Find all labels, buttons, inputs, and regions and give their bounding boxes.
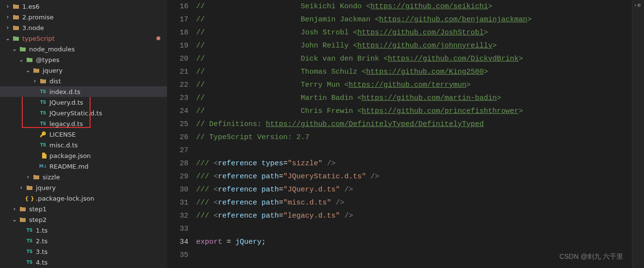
tree-item-jquery[interactable]: ⌄jquery	[0, 65, 167, 76]
tree-item-label: 4.ts	[36, 259, 47, 266]
chevron-down-icon[interactable]: ⌄	[4, 35, 12, 42]
tree-item-license[interactable]: ›🔑LICENSE	[0, 129, 167, 140]
code-content[interactable]: // Seikichi Kondo <https://github.com/se…	[196, 0, 632, 268]
tree-item-typescript[interactable]: ⌄typeScript	[0, 33, 167, 44]
tree-item-label: index.d.ts	[49, 88, 80, 95]
code-line[interactable]: /// <reference path="JQueryStatic.d.ts" …	[196, 170, 632, 183]
folder-icon	[12, 3, 20, 9]
tree-item-label: README.md	[49, 163, 89, 170]
{ }-icon: { }	[25, 195, 34, 202]
code-editor[interactable]: 1617181920212223242526272829303132333435…	[167, 0, 632, 268]
tree-item--package-lock-json[interactable]: ›{ }.package-lock.json	[0, 193, 167, 204]
watermark: CSDN @剑九 六千里	[559, 250, 623, 263]
code-line[interactable]: // Benjamin Jackman <https://github.com/…	[196, 13, 632, 26]
ts-icon: TS	[25, 260, 34, 265]
tree-item-sizzle[interactable]: ›sizzle	[0, 172, 167, 182]
tree-item-node-modules[interactable]: ⌄node_modules	[0, 44, 167, 54]
tree-item-jquery-d-ts[interactable]: ›TSJQuery.d.ts	[0, 97, 167, 108]
tree-item-dist[interactable]: ›dist	[0, 76, 167, 86]
ts-icon: TS	[39, 100, 47, 105]
tree-item-jquerystatic-d-ts[interactable]: ›TSJQueryStatic.d.ts	[0, 108, 167, 118]
code-line[interactable]: /// <reference path="misc.d.ts" />	[196, 196, 632, 209]
code-line[interactable]: /// <reference path="JQuery.d.ts" />	[196, 183, 632, 196]
chevron-down-icon[interactable]: ⌄	[17, 56, 25, 63]
chevron-right-icon[interactable]: ›	[4, 3, 12, 10]
tree-item-label: 1.ts	[36, 227, 47, 234]
tree-item-label: 2.promise	[22, 14, 54, 21]
tree-item-label: package.json	[49, 152, 91, 159]
code-line[interactable]: // TypeScript Version: 2.7	[196, 131, 632, 144]
chevron-right-icon[interactable]: ›	[4, 14, 12, 20]
tree-item-label: JQueryStatic.d.ts	[49, 110, 102, 117]
tree-item--types[interactable]: ⌄@types	[0, 54, 167, 65]
tree-item-misc-d-ts[interactable]: ›TSmisc.d.ts	[0, 140, 167, 150]
breadcrumb-text: e	[637, 2, 641, 8]
code-line[interactable]: /// <reference types="sizzle" />	[196, 157, 632, 170]
tree-item-legacy-d-ts[interactable]: ›TSlegacy.d.ts	[0, 118, 167, 129]
file-explorer[interactable]: ›1.es6›2.promise›3.node⌄typeScript⌄node_…	[0, 0, 167, 268]
folder-icon	[12, 14, 20, 20]
tree-item-label: jquery	[36, 184, 56, 191]
code-line[interactable]: // Chris Frewin <https://github.com/prin…	[196, 105, 632, 118]
chevron-right-icon[interactable]: ›	[24, 173, 32, 180]
tree-item-step2[interactable]: ⌄step2	[0, 214, 167, 225]
tree-item-label: step1	[29, 205, 46, 213]
chevron-right-icon[interactable]: ›	[31, 78, 39, 84]
tree-item-label: jquery	[43, 67, 62, 74]
code-line[interactable]: // Definitions: https://github.com/Defin…	[196, 118, 632, 131]
chevron-down-icon[interactable]: ⌄	[11, 216, 18, 223]
tree-item-label: 2.ts	[36, 237, 47, 245]
ts-icon: TS	[39, 121, 47, 126]
ts-icon: TS	[39, 142, 47, 147]
code-line[interactable]: // Josh Strobl <https://github.com/JoshS…	[196, 26, 632, 39]
code-line[interactable]: // Seikichi Kondo <https://github.com/se…	[196, 0, 632, 13]
tree-item-2-promise[interactable]: ›2.promise	[0, 12, 167, 22]
tree-item-label: JQuery.d.ts	[49, 99, 83, 106]
chevron-right-icon[interactable]: ›	[11, 205, 18, 212]
tree-item-4-ts[interactable]: ›TS4.ts	[0, 257, 167, 268]
tree-item-1-es6[interactable]: ›1.es6	[0, 1, 167, 12]
chevron-right-icon: ›	[634, 2, 636, 8]
tree-item-label: @types	[36, 56, 60, 63]
tree-item-readme-md[interactable]: ›M↓README.md	[0, 161, 167, 172]
chevron-down-icon[interactable]: ⌄	[11, 46, 18, 52]
ts-icon: TS	[25, 238, 34, 243]
tree-item-step1[interactable]: ›step1	[0, 204, 167, 214]
ts-icon: TS	[39, 110, 47, 115]
tree-item-label: node_modules	[29, 46, 75, 53]
tree-item-label: step2	[29, 216, 46, 223]
chevron-right-icon[interactable]: ›	[17, 184, 25, 191]
tree-item-2-ts[interactable]: ›TS2.ts	[0, 236, 167, 246]
ts-icon: TS	[39, 89, 47, 94]
code-line[interactable]: export = jQuery;	[196, 236, 632, 249]
folder-icon	[12, 25, 20, 31]
folder-icon	[32, 67, 41, 73]
folder-icon	[18, 206, 27, 212]
modified-dot-icon	[156, 36, 160, 40]
code-line[interactable]	[196, 144, 632, 157]
tree-item-3-ts[interactable]: ›TS3.ts	[0, 246, 167, 257]
folder-icon	[18, 217, 27, 222]
tree-item-index-d-ts[interactable]: ›TSindex.d.ts	[0, 86, 167, 97]
tree-item-label: misc.d.ts	[49, 142, 78, 149]
tree-item-3-node[interactable]: ›3.node	[0, 22, 167, 33]
tree-item-label: 3.node	[22, 24, 44, 32]
breadcrumb-panel[interactable]: › e	[632, 0, 644, 268]
tree-item-jquery[interactable]: ›jquery	[0, 182, 167, 193]
tree-item-package-json[interactable]: ›package.json	[0, 150, 167, 161]
code-line[interactable]	[196, 222, 632, 236]
tree-item-label: dist	[49, 78, 61, 85]
tree-item-1-ts[interactable]: ›TS1.ts	[0, 225, 167, 236]
code-line[interactable]: // Terry Mun <https://github.com/terrymu…	[196, 79, 632, 92]
code-line[interactable]: // Martin Badin <https://github.com/mart…	[196, 92, 632, 105]
code-line[interactable]: // Dick van den Brink <https://github.co…	[196, 52, 632, 65]
code-line[interactable]: // Thomas Schulz <https://github.com/Kin…	[196, 65, 632, 79]
code-line[interactable]: // John Reilly <https://github.com/johnn…	[196, 39, 632, 52]
code-line[interactable]: /// <reference path="legacy.d.ts" />	[196, 209, 632, 222]
tree-item-label: sizzle	[43, 173, 60, 181]
folder-icon	[12, 35, 20, 41]
chevron-right-icon[interactable]: ›	[4, 24, 12, 31]
m↓-icon: M↓	[39, 164, 47, 169]
folder-icon	[25, 57, 34, 63]
chevron-down-icon[interactable]: ⌄	[24, 67, 32, 74]
